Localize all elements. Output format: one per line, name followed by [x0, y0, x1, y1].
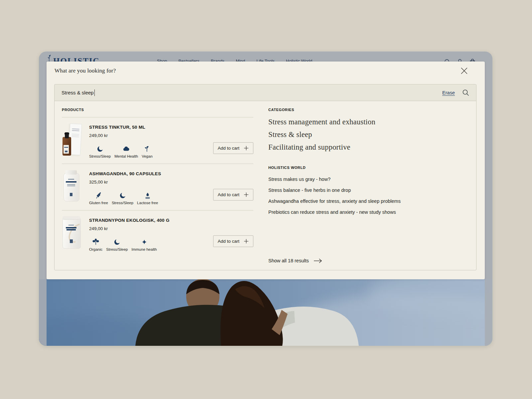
show-all-results-link[interactable]: Show all 18 results [268, 258, 469, 266]
search-results-container: Stress & sleep Erase PRODUCTS [54, 84, 476, 270]
sparkle-icon [141, 238, 148, 246]
hero-photo [39, 279, 492, 346]
product-name[interactable]: STRESS TINKTUR, 50 ML [89, 125, 213, 130]
plus-icon [244, 192, 249, 197]
product-badges: Organic Stress/Sleep Immune health [89, 238, 213, 251]
article-link[interactable]: Ashwagandha effective for stress, anxiet… [268, 196, 469, 206]
search-overlay: What are you looking for? Stress & sleep… [47, 62, 485, 279]
erase-link[interactable]: Erase [442, 90, 455, 95]
search-query-text: Stress & sleep [62, 90, 94, 95]
plus-icon [244, 239, 249, 244]
badge-mental-health: Mental Health [114, 145, 138, 158]
wheat-icon [95, 192, 102, 199]
article-link[interactable]: Stress makes us gray - how? [268, 174, 469, 185]
search-bar: Stress & sleep Erase [55, 84, 476, 101]
category-link[interactable]: Facilitating and supportive [268, 141, 469, 154]
sprout-icon [143, 145, 151, 153]
product-info: ASHWAGANDHA, 90 CAPSULES 325,00 kr [89, 169, 213, 205]
hero-photo-illustration [39, 279, 492, 346]
badge-stress-sleep: Stress/Sleep [89, 145, 111, 158]
product-price: 325,00 kr [89, 180, 213, 185]
product-badges: Gluten free Stress/Sleep [89, 192, 213, 205]
badge-immune-health: Immune health [131, 238, 157, 251]
products-heading: PRODUCTS [62, 108, 253, 112]
results-area: PRODUCTS STRESS TINKTUR, 50 ML 249,00 kr [55, 101, 476, 270]
article-link[interactable]: Stress balance - five herbs in one drop [268, 185, 469, 196]
article-link[interactable]: Prebiotics can reduce stress and anxiety… [268, 206, 469, 217]
product-badges: Stress/Sleep Mental Health [89, 145, 213, 158]
moon-icon [119, 192, 126, 199]
add-to-cart-button[interactable]: Add to cart [213, 235, 253, 247]
product-name[interactable]: STRANDNYPON EKOLOGISK, 400 G [89, 218, 213, 223]
add-to-cart-button[interactable]: Add to cart [213, 189, 253, 200]
arrow-right-icon [314, 258, 323, 263]
product-image [62, 122, 81, 156]
product-price: 249,00 kr [89, 133, 213, 138]
add-to-cart-button[interactable]: Add to cart [213, 142, 253, 154]
badge-stress-sleep: Stress/Sleep [112, 192, 133, 205]
product-row[interactable]: STRESS TINKTUR, 50 ML 249,00 kr Stress/S… [62, 117, 253, 164]
badge-vegan: Vegan [142, 145, 153, 158]
product-info: STRESS TINKTUR, 50 ML 249,00 kr Stress/S… [89, 122, 213, 158]
badge-organic: Organic [89, 238, 102, 251]
product-row[interactable]: STRANDNYPON EKOLOGISK, 400 G 249,00 kr [62, 210, 253, 257]
plus-icon [244, 146, 249, 151]
moon-icon [113, 238, 121, 246]
search-input[interactable]: Stress & sleep [62, 89, 442, 96]
browser-window: HOLISTIC Shop Bestsellers Brands Mind Li… [39, 52, 492, 346]
clover-icon [92, 238, 99, 246]
overlay-title: What are you looking for? [55, 67, 116, 74]
backdrop-scrim [485, 62, 492, 346]
categories-heading: CATEGORIES [268, 108, 469, 112]
product-name[interactable]: ASHWAGANDHA, 90 CAPSULES [89, 171, 213, 176]
product-row[interactable]: ASHWAGANDHA, 90 CAPSULES 325,00 kr [62, 164, 253, 210]
product-image [62, 215, 81, 249]
badge-gluten-free: Gluten free [89, 192, 108, 205]
text-caret [94, 89, 95, 96]
product-image [62, 169, 81, 203]
droplet-icon [144, 192, 151, 199]
backdrop-scrim [39, 62, 47, 346]
cloud-icon [123, 145, 130, 153]
category-link[interactable]: Stress management and exhaustion [268, 116, 469, 128]
side-column: CATEGORIES Stress management and exhaust… [268, 108, 469, 266]
badge-stress-sleep: Stress/Sleep [106, 238, 128, 251]
product-info: STRANDNYPON EKOLOGISK, 400 G 249,00 kr [89, 215, 213, 251]
products-column: PRODUCTS STRESS TINKTUR, 50 ML 249,00 kr [62, 108, 253, 266]
close-icon[interactable] [461, 67, 467, 74]
badge-lactose-free: Lactose free [137, 192, 158, 205]
world-heading: HOLISTICS WORLD [268, 166, 469, 170]
product-price: 249,00 kr [89, 226, 213, 231]
moon-icon [96, 145, 104, 153]
category-link[interactable]: Stress & sleep [268, 128, 469, 141]
search-submit-icon[interactable] [462, 89, 469, 96]
